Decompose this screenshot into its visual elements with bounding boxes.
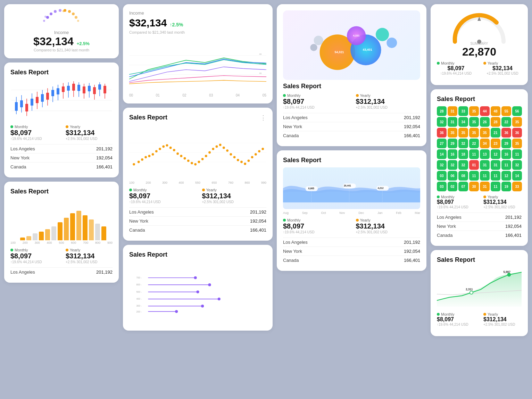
svg-rect-24 <box>36 97 39 103</box>
card-header-dot: Sales Report ⋮ <box>129 114 266 125</box>
cal-cell: 48 <box>491 106 500 116</box>
cal-cell: 31 <box>491 160 500 170</box>
svg-point-97 <box>208 151 211 154</box>
svg-point-5 <box>44 16 47 18</box>
cal-cell: 32 <box>448 160 457 170</box>
income-large-compare: Compared to $21,340 last month <box>129 30 266 34</box>
lollipop-svg: 700 - 600 - 500 - 400 - 300 - 200 - <box>129 262 266 324</box>
sales-report-bubble: 54,021 43,401 4,331 <box>277 4 426 146</box>
income-large-value: $32,134 <box>129 17 167 29</box>
stats-stream: Monthly $8,097 ↑19.6% 44,214 USD Yearly … <box>283 218 420 234</box>
cal-cell: 18 <box>458 149 468 159</box>
svg-point-82 <box>155 150 158 152</box>
sales-report-stream: Sales Report 6,665 20,441 <box>277 150 426 271</box>
calendar-grid: 2831333544485556323134352628223536353535… <box>437 106 522 191</box>
city-row-la2: Los Angeles201,192 <box>10 267 113 276</box>
svg-text:4,212: 4,212 <box>377 187 383 190</box>
svg-rect-20 <box>25 104 28 111</box>
yearly-label-bar: Yearly <box>66 248 113 252</box>
cal-cell: 28 <box>437 106 447 116</box>
income-label: Income <box>10 30 113 35</box>
svg-rect-53 <box>26 236 31 240</box>
svg-point-8 <box>72 13 75 15</box>
line-stats: Monthly $8,097 ↑19.6% 44,214 USD Yearly … <box>437 312 522 326</box>
svg-rect-34 <box>62 86 65 92</box>
yearly-dot-bar <box>66 249 68 251</box>
svg-point-86 <box>169 147 172 149</box>
svg-point-90 <box>184 157 186 160</box>
candle-chart-svg <box>10 80 113 121</box>
income-large-label: Income <box>129 10 266 16</box>
cal-cell: 23 <box>491 139 500 148</box>
sales-report-lollipop: Sales Report 700 - 600 - 500 - 400 - 300… <box>123 245 273 331</box>
cal-cell: 32 <box>437 117 447 127</box>
city-value: 201,192 <box>96 146 113 151</box>
income-top-card: Income $32,134 +2.5% Compared to $21,340… <box>4 4 119 58</box>
svg-rect-62 <box>83 215 88 240</box>
stats-row-dot: Monthly $8,097 ↑19.6% 44,214 USD Yearly … <box>129 188 266 204</box>
svg-rect-65 <box>101 226 106 240</box>
svg-point-126 <box>218 298 221 300</box>
gauge-stats: Monthly $8,097 ↑19.6% 44,214 USD Yearly … <box>437 61 522 75</box>
svg-point-9 <box>75 16 77 19</box>
cal-cell: 27 <box>437 139 447 148</box>
sales-report-candle: Sales Report <box>4 63 119 177</box>
main-grid: Income $32,134 +2.5% Compared to $21,340… <box>4 4 528 336</box>
bar-axis-labels: 100200300400500600700800900 <box>10 241 113 244</box>
svg-text:6,665: 6,665 <box>308 187 314 190</box>
svg-rect-52 <box>20 238 25 240</box>
svg-point-1 <box>50 13 52 15</box>
city-list: Los Angeles 201,192 New York 192,054 Can… <box>10 144 113 171</box>
stats-row: Monthly $8,097 ↑19.6% 44,214 USD Yearly … <box>10 125 113 141</box>
svg-point-94 <box>198 161 200 163</box>
svg-point-87 <box>173 149 175 151</box>
svg-point-96 <box>205 155 207 157</box>
svg-point-106 <box>240 161 243 163</box>
svg-point-112 <box>261 148 264 150</box>
cal-cell: 11 <box>512 149 522 159</box>
monthly-label: Monthly <box>10 125 57 129</box>
monthly-dot-bar <box>10 249 13 251</box>
stats-row-bar: Monthly $8,097 ↑19.6% 44,214 USD Yearly … <box>10 248 113 264</box>
options-button[interactable]: ⋮ <box>260 114 266 122</box>
yearly-sub-bar: +2.5% 301,002 USD <box>66 260 113 264</box>
cal-cell: 02 <box>448 182 457 191</box>
cal-cell: 35 <box>469 106 479 116</box>
sales-report-line: Sales Report <box>431 250 528 336</box>
cal-cell: 11 <box>469 171 479 181</box>
svg-point-95 <box>201 158 204 160</box>
svg-point-153 <box>507 273 510 276</box>
cal-cell: 28 <box>491 117 500 127</box>
multi-line-svg: 00 00 00 <box>129 37 266 93</box>
cal-cell: 22 <box>469 139 479 148</box>
city-value: 192,054 <box>96 155 113 160</box>
gauge-svg <box>448 10 510 45</box>
cal-cell: 34 <box>480 139 490 148</box>
yearly-dot-stat: Yearly $312,134 +2.5% 301,002 USD <box>202 188 267 204</box>
svg-rect-22 <box>31 99 33 106</box>
svg-rect-61 <box>76 211 81 240</box>
yearly-stat: Yearly $312,134 +2.5% 301,002 USD <box>66 125 113 141</box>
dot-axis: 100200300400550650760860990 <box>129 181 266 184</box>
cal-cell: 31 <box>480 182 490 191</box>
cal-cell: 35 <box>448 128 457 138</box>
sales-report-calendar: Sales Report 283133354448555632313435262… <box>431 89 528 246</box>
svg-rect-54 <box>33 233 38 240</box>
svg-point-110 <box>255 153 257 156</box>
svg-text:600 -: 600 - <box>136 283 142 286</box>
cal-cell: 44 <box>480 106 490 116</box>
svg-text:700 -: 700 - <box>136 276 142 279</box>
cal-cell: 32 <box>458 160 468 170</box>
monthly-sub-bar: ↑19.6% 44,214 USD <box>10 260 57 264</box>
city-name: Los Angeles <box>10 146 35 151</box>
income-large-change: ↑2.5% <box>169 22 183 27</box>
bubble-chart-area: 54,021 43,401 4,331 <box>283 10 420 80</box>
cal-cell: 03 <box>437 182 447 191</box>
col-mid2: 54,021 43,401 4,331 <box>277 4 426 336</box>
cal-cell: 12 <box>491 149 500 159</box>
cal-cell: 14 <box>512 171 522 181</box>
cal-cell: 06 <box>448 171 457 181</box>
svg-text:2,311: 2,311 <box>466 288 473 291</box>
cal-cell: 36 <box>437 128 447 138</box>
cal-cell: 32 <box>512 160 522 170</box>
